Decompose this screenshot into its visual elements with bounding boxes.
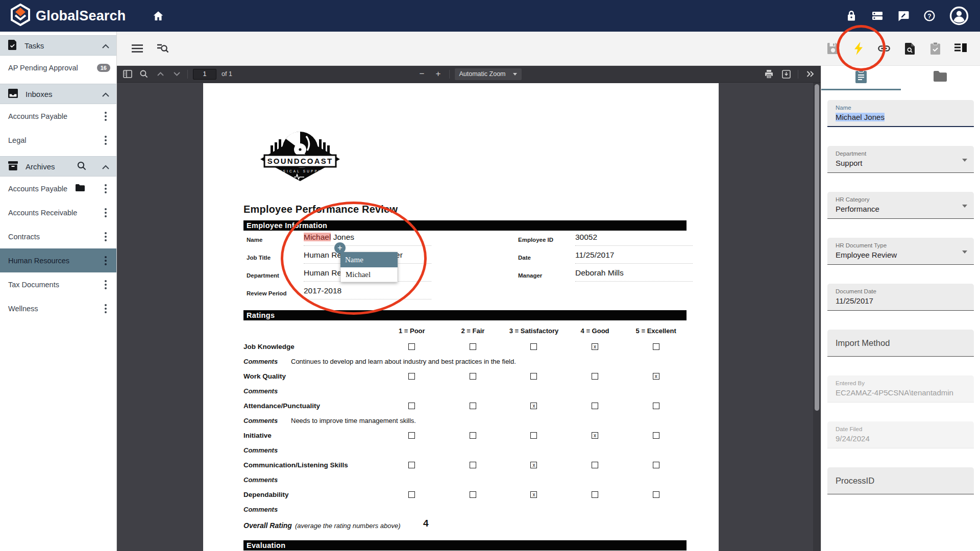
clipboard-check-icon[interactable]: [929, 42, 941, 55]
section-header-ratings: Ratings: [243, 310, 687, 320]
tooltip-field-name: Name: [340, 252, 398, 267]
tab-index-fields[interactable]: [821, 66, 901, 90]
rating-checkbox: [653, 403, 659, 409]
previous-page-icon[interactable]: [155, 68, 166, 80]
tab-folders[interactable]: [901, 66, 980, 90]
field-department[interactable]: Department Support: [827, 146, 974, 173]
workspaces-icon[interactable]: [871, 10, 884, 22]
search-list-icon[interactable]: [157, 42, 169, 55]
top-navbar: GlobalSearch ?: [0, 0, 980, 32]
archive-search-icon[interactable]: [77, 161, 86, 172]
tasks-icon: [8, 40, 17, 52]
rating-row: Initiative x: [243, 428, 687, 443]
item-menu-icon[interactable]: [101, 183, 110, 194]
logo-tagline: MUSICAL SUPPLY: [275, 169, 326, 173]
item-menu-icon[interactable]: [101, 303, 110, 314]
doc-field-value: Michael Jones: [304, 233, 431, 246]
sidebar-item-archive-human-resources[interactable]: Human Resources: [0, 248, 116, 272]
doc-field-label: Manager: [518, 268, 575, 279]
save-icon[interactable]: [827, 42, 839, 55]
find-icon[interactable]: [138, 68, 150, 80]
document-title: Employee Performance Review: [243, 204, 398, 215]
sidebar-item-archive-tax-documents[interactable]: Tax Documents: [0, 272, 116, 296]
pdf-canvas[interactable]: SOUNDCOAST MUSICAL SUPPLY Employee Perfo…: [117, 83, 821, 551]
comments-row: Comments Needs to improve time managemen…: [243, 413, 687, 428]
rating-checkbox: [408, 462, 415, 468]
chevron-down-icon[interactable]: [962, 159, 967, 162]
lock-icon[interactable]: [845, 10, 857, 22]
zoom-in-icon[interactable]: +: [432, 68, 444, 80]
page-number-input[interactable]: [193, 69, 216, 80]
sidebar-section-tasks[interactable]: Tasks: [0, 35, 116, 56]
chevron-down-icon[interactable]: [962, 205, 967, 208]
panels-icon[interactable]: [954, 42, 967, 55]
rating-checkbox: [408, 432, 415, 439]
chevron-down-icon[interactable]: [962, 251, 967, 254]
globalsearch-logo-icon: [10, 4, 31, 28]
viewer-scrollbar[interactable]: [813, 83, 821, 551]
sidebar-item-inbox-accounts-payable[interactable]: Accounts Payable: [0, 104, 116, 128]
field-hr-document-type[interactable]: HR Document Type Employee Review: [827, 238, 974, 265]
rating-checkbox: [592, 373, 598, 380]
feedback-icon[interactable]: [897, 10, 910, 22]
item-menu-icon[interactable]: [101, 207, 110, 218]
sidebar-item-archive-accounts-receivable[interactable]: Accounts Receivable: [0, 201, 116, 224]
document-page: SOUNDCOAST MUSICAL SUPPLY Employee Perfo…: [203, 83, 719, 551]
sidebar-section-archives[interactable]: Archives: [0, 156, 116, 177]
help-icon[interactable]: ?: [923, 10, 936, 22]
scrollbar-thumb[interactable]: [815, 84, 819, 411]
bolt-icon[interactable]: [852, 42, 865, 55]
zoom-level-select[interactable]: Automatic Zoom: [454, 68, 521, 80]
chevron-up-icon: [102, 90, 109, 98]
rating-checkbox: [470, 491, 476, 498]
field-name[interactable]: Name Michael Jones: [827, 100, 974, 127]
field-process-id[interactable]: ProcessID: [827, 467, 974, 494]
ocr-highlight: Michael: [304, 233, 331, 241]
sidebar-item-ap-pending-approval[interactable]: AP Pending Approval 16: [0, 56, 116, 80]
rating-checkbox: [530, 432, 537, 439]
next-page-icon[interactable]: [171, 68, 182, 80]
pdf-toolbar: of 1 − + Automatic Zoom: [117, 66, 821, 83]
item-label: AP Pending Approval: [8, 64, 78, 72]
doc-field-label: Name: [247, 233, 304, 243]
item-menu-icon[interactable]: [101, 135, 110, 146]
zoom-out-icon[interactable]: −: [416, 68, 427, 80]
tooltip-field-value: Michael: [340, 267, 398, 282]
brand: GlobalSearch: [10, 4, 126, 28]
sidebar-item-inbox-legal[interactable]: Legal: [0, 128, 116, 152]
field-hr-category[interactable]: HR Category Performance: [827, 192, 974, 219]
document-search-icon[interactable]: [903, 42, 916, 55]
index-fields: Name Michael Jones Department Support HR…: [821, 90, 980, 513]
home-icon[interactable]: [152, 10, 164, 22]
field-document-date[interactable]: Document Date 11/25/2017: [827, 284, 974, 311]
link-icon[interactable]: [878, 42, 890, 55]
item-menu-icon[interactable]: [101, 279, 110, 290]
sidebar-item-archive-contracts[interactable]: Contracts: [0, 224, 116, 248]
section-label: Tasks: [24, 41, 44, 50]
task-count-badge: 16: [97, 64, 110, 72]
sidebar-item-archive-accounts-payable[interactable]: Accounts Payable: [0, 177, 116, 201]
selected-text: Michael Jones: [836, 113, 885, 121]
section-header-employee-information: Employee Information: [243, 220, 687, 231]
field-drop-tooltip[interactable]: + Name Michael: [340, 252, 398, 282]
add-field-icon: +: [334, 242, 346, 254]
index-panel: Name Michael Jones Department Support HR…: [821, 66, 980, 551]
comments-row: Comments: [243, 384, 687, 398]
toggle-sidebar-icon[interactable]: [122, 68, 133, 80]
rating-row: Work Quality x: [243, 369, 687, 384]
menu-icon[interactable]: [131, 42, 143, 55]
field-import-method[interactable]: Import Method: [827, 330, 974, 357]
download-icon[interactable]: [780, 68, 792, 80]
account-icon[interactable]: [949, 6, 969, 26]
more-tools-icon[interactable]: [804, 68, 816, 80]
item-menu-icon[interactable]: [101, 111, 110, 122]
item-menu-icon[interactable]: [101, 255, 110, 266]
sidebar-section-inboxes[interactable]: Inboxes: [0, 84, 116, 104]
sidebar-item-archive-wellness[interactable]: Wellness: [0, 296, 116, 320]
rating-checkbox: [592, 491, 598, 498]
print-icon[interactable]: [763, 68, 774, 80]
rating-checkbox: x: [530, 491, 537, 498]
item-label: Accounts Payable: [8, 185, 67, 193]
rating-row: Job Knowledge x: [243, 339, 687, 354]
item-menu-icon[interactable]: [101, 231, 110, 242]
